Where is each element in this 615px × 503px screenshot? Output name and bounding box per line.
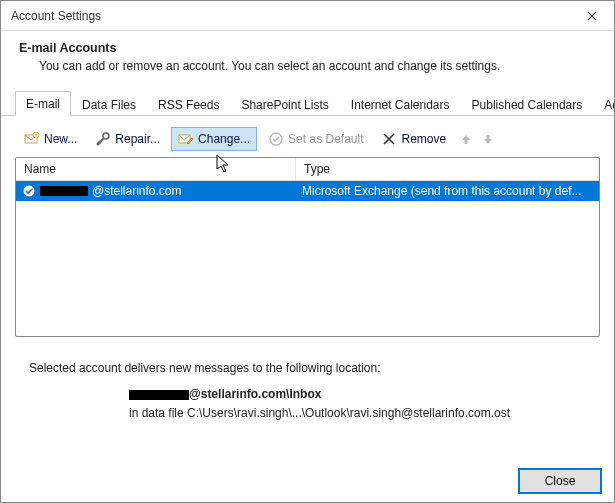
titlebar: Account Settings — [1, 1, 614, 31]
account-name-cell: @stellarinfo.com — [16, 184, 296, 198]
set-default-button: Set as Default — [261, 127, 370, 151]
move-down-button — [479, 130, 497, 148]
delivery-location-info: Selected account delivers new messages t… — [15, 337, 600, 423]
change-button[interactable]: Change... — [171, 127, 257, 151]
svg-point-2 — [103, 133, 109, 139]
remove-icon — [381, 131, 397, 147]
delivery-location-label: Selected account delivers new messages t… — [29, 361, 586, 375]
redacted-user — [129, 390, 189, 400]
toolbar: New... Repair... Change... Set as Defaul… — [15, 124, 600, 157]
column-header-type[interactable]: Type — [296, 158, 599, 180]
set-default-icon — [268, 131, 284, 147]
account-row[interactable]: @stellarinfo.com Microsoft Exchange (sen… — [16, 181, 599, 201]
tab-sharepoint-lists[interactable]: SharePoint Lists — [230, 92, 339, 116]
header-title: E-mail Accounts — [19, 41, 596, 55]
tab-internet-calendars[interactable]: Internet Calendars — [340, 92, 461, 116]
tab-data-files[interactable]: Data Files — [71, 92, 147, 116]
remove-label: Remove — [401, 132, 446, 146]
window-close-button[interactable] — [570, 2, 614, 30]
repair-icon — [95, 131, 111, 147]
header-description: You can add or remove an account. You ca… — [39, 59, 596, 73]
new-label: New... — [44, 132, 77, 146]
account-type-cell: Microsoft Exchange (send from this accou… — [296, 184, 599, 198]
move-up-button — [457, 130, 475, 148]
tab-published-calendars[interactable]: Published Calendars — [461, 92, 594, 116]
tab-strip: E-mail Data Files RSS Feeds SharePoint L… — [1, 91, 614, 116]
list-body: @stellarinfo.com Microsoft Exchange (sen… — [16, 181, 599, 336]
tab-address-books[interactable]: Address Books — [593, 92, 615, 116]
repair-button[interactable]: Repair... — [88, 127, 167, 151]
account-list: Name Type @stellarinfo.com Microsoft Exc… — [15, 157, 600, 337]
remove-button[interactable]: Remove — [374, 127, 453, 151]
delivery-datafile-line: in data file C:\Users\ravi.singh\...\Out… — [129, 404, 586, 423]
redacted-name — [40, 186, 88, 196]
header-section: E-mail Accounts You can add or remove an… — [1, 31, 614, 91]
set-default-label: Set as Default — [288, 132, 363, 146]
delivery-location-value: @stellarinfo.com\Inbox — [129, 385, 586, 404]
list-header: Name Type — [16, 158, 599, 181]
change-label: Change... — [198, 132, 250, 146]
arrow-down-icon — [482, 133, 494, 145]
account-email-suffix: @stellarinfo.com — [92, 184, 182, 198]
repair-label: Repair... — [115, 132, 160, 146]
arrow-up-icon — [460, 133, 472, 145]
tab-rss-feeds[interactable]: RSS Feeds — [147, 92, 230, 116]
close-button[interactable]: Close — [519, 469, 601, 493]
close-icon — [587, 11, 597, 21]
change-icon — [178, 131, 194, 147]
column-header-name[interactable]: Name — [16, 158, 296, 180]
tab-email[interactable]: E-mail — [15, 91, 71, 116]
default-check-icon — [22, 184, 36, 198]
tab-content-email: New... Repair... Change... Set as Defaul… — [1, 116, 614, 423]
window-title: Account Settings — [11, 9, 101, 23]
new-button[interactable]: New... — [17, 127, 84, 151]
new-mail-icon — [24, 131, 40, 147]
footer: Close — [519, 469, 601, 493]
